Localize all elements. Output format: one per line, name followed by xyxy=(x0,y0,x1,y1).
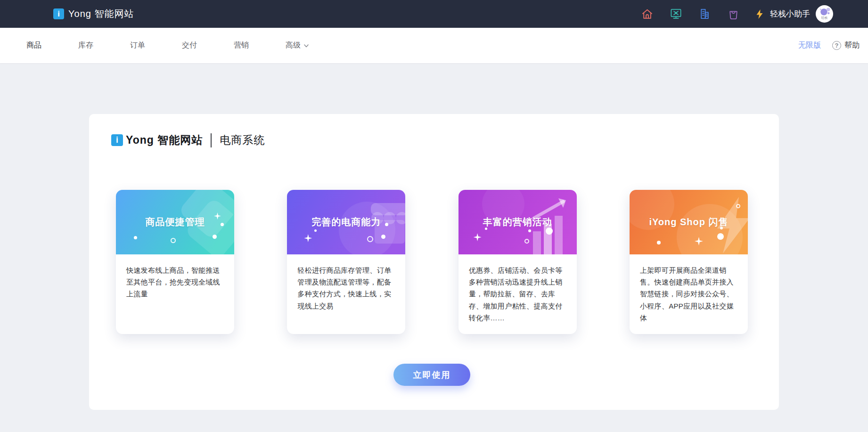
deco-ring xyxy=(171,238,176,243)
logo-text: Yong 智能网站 xyxy=(68,8,134,20)
subnav-item-orders[interactable]: 订单 xyxy=(130,41,145,50)
section-title: 电商系统 xyxy=(220,133,265,147)
subnav-item-products[interactable]: 商品 xyxy=(26,41,41,50)
assistant-entry[interactable]: 轻栈小助手 xyxy=(754,8,810,20)
subnav-right: 无限版 ? 帮助 xyxy=(798,41,860,50)
topbar-actions: 轻栈小助手 轻栈 xyxy=(625,5,868,23)
card-body: 轻松进行商品库存管理、订单管理及物流配送管理等，配备多种支付方式，快速上线，实现… xyxy=(287,254,405,334)
title-brand-text: Yong 智能网站 xyxy=(126,133,203,147)
chevron-down-icon xyxy=(303,43,309,49)
version-badge[interactable]: 无限版 xyxy=(798,41,821,50)
help-label: 帮助 xyxy=(844,41,860,50)
card-description: 优惠券、店铺活动、会员卡等多种营销活动迅速提升线上销量，帮助拉新、留存、去库存、… xyxy=(469,264,566,324)
title-divider xyxy=(211,133,212,147)
deco-dot xyxy=(528,229,531,232)
question-circle-icon: ? xyxy=(832,41,841,50)
card-description: 快速发布线上商品，智能推送至其他平台，抢先变现全域线上流量 xyxy=(126,264,224,300)
panel-title: i Yong 智能网站 电商系统 xyxy=(111,133,753,147)
topbar: i Yong 智能网站 轻栈小助手 xyxy=(0,0,868,28)
assistant-label: 轻栈小助手 xyxy=(770,8,810,19)
subnav-item-inventory[interactable]: 库存 xyxy=(78,41,93,50)
svg-text:轻栈: 轻栈 xyxy=(821,16,828,19)
app-logo[interactable]: i Yong 智能网站 xyxy=(53,8,134,20)
subnav-items: 商品 库存 订单 交付 营销 高级 xyxy=(26,41,309,50)
card-title: iYong Shop 闪售 xyxy=(649,216,728,228)
deco-dot xyxy=(134,236,137,239)
shop-bag-icon[interactable] xyxy=(727,8,740,20)
card-ecommerce-capability[interactable]: 完善的电商能力 轻松进行商品库存管理、订单管理及物流配送管理等，配备多种支付方式… xyxy=(287,190,405,334)
deco-dot xyxy=(657,241,661,245)
avatar[interactable]: 轻栈 xyxy=(816,5,833,23)
deco-dot xyxy=(221,223,224,226)
page-content: i Yong 智能网站 电商系统 商品便捷管理 xyxy=(0,63,868,410)
avatar-logo: 轻栈 xyxy=(816,5,833,23)
deco-ring xyxy=(736,204,740,208)
card-title: 丰富的营销活动 xyxy=(483,216,552,228)
subnav-item-delivery[interactable]: 交付 xyxy=(182,41,197,50)
subnav-item-marketing[interactable]: 营销 xyxy=(234,41,249,50)
subnav: 商品 库存 订单 交付 营销 高级 无限版 ? 帮助 xyxy=(0,28,868,63)
card-iyong-shop-flash-sale[interactable]: iYong Shop 闪售 上架即可开展商品全渠道销售。快速创建商品单页并接入智… xyxy=(630,190,748,334)
card-product-management[interactable]: 商品便捷管理 快速发布线上商品，智能推送至其他平台，抢先变现全域线上流量 xyxy=(116,190,234,334)
card-header: iYong Shop 闪售 xyxy=(630,190,748,254)
title-logo-i-badge: i xyxy=(111,134,123,146)
card-description: 轻松进行商品库存管理、订单管理及物流配送管理等，配备多种支付方式，快速上线，实现… xyxy=(297,264,395,312)
card-body: 上架即可开展商品全渠道销售。快速创建商品单页并接入智慧链接，同步对接公众号、小程… xyxy=(630,254,748,334)
subnav-advanced-label: 高级 xyxy=(286,41,301,50)
ecommerce-panel: i Yong 智能网站 电商系统 商品便捷管理 xyxy=(89,114,779,410)
card-title: 商品便捷管理 xyxy=(146,216,205,228)
card-header: 完善的电商能力 xyxy=(287,190,405,254)
deco-dot xyxy=(213,235,217,239)
card-body: 优惠券、店铺活动、会员卡等多种营销活动迅速提升线上销量，帮助拉新、留存、去库存、… xyxy=(459,254,577,334)
subnav-item-advanced[interactable]: 高级 xyxy=(286,41,309,50)
design-monitor-icon[interactable] xyxy=(670,8,682,20)
card-title: 完善的电商能力 xyxy=(311,216,381,228)
feature-cards: 商品便捷管理 快速发布线上商品，智能推送至其他平台，抢先变现全域线上流量 xyxy=(111,190,753,334)
home-icon[interactable] xyxy=(641,8,654,20)
card-marketing-activities[interactable]: 丰富的营销活动 优惠券、店铺活动、会员卡等多种营销活动迅速提升线上销量，帮助拉新… xyxy=(459,190,577,334)
deco-ring xyxy=(524,239,529,244)
deco-dot xyxy=(717,233,724,240)
logo-i-badge: i xyxy=(53,8,64,19)
card-body: 快速发布线上商品，智能推送至其他平台，抢先变现全域线上流量 xyxy=(116,254,234,334)
card-header: 商品便捷管理 xyxy=(116,190,234,254)
lightning-icon xyxy=(754,8,765,20)
deco-dot xyxy=(546,228,553,235)
card-description: 上架即可开展商品全渠道销售。快速创建商品单页并接入智慧链接，同步对接公众号、小程… xyxy=(640,264,737,324)
help-entry[interactable]: ? 帮助 xyxy=(832,41,860,50)
use-now-button[interactable]: 立即使用 xyxy=(393,364,470,386)
enterprise-building-icon[interactable] xyxy=(698,8,711,20)
card-header: 丰富的营销活动 xyxy=(459,190,577,254)
